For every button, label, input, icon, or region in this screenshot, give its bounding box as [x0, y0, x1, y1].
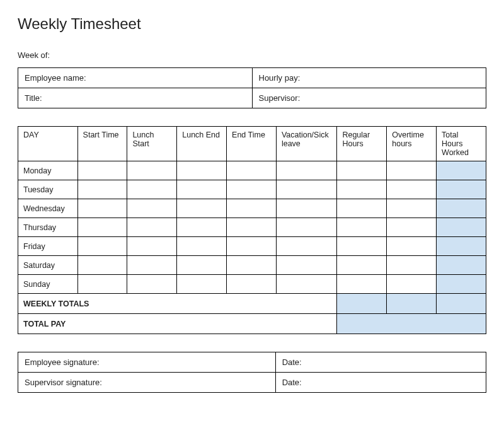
row-weekly-totals: WEEKLY TOTALS — [18, 294, 486, 314]
thu-end-time[interactable] — [227, 218, 277, 237]
fri-lunch-end[interactable] — [177, 237, 227, 256]
supervisor-date-cell[interactable]: Date: — [275, 373, 486, 393]
mon-lunch-start[interactable] — [127, 161, 177, 180]
day-label-monday: Monday — [18, 161, 78, 180]
signature-table: Employee signature: Date: Supervisor sig… — [18, 352, 486, 393]
hourly-pay-cell[interactable]: Hourly pay: — [252, 68, 486, 88]
sun-end-time[interactable] — [227, 275, 277, 294]
tue-overtime-hours[interactable] — [387, 180, 437, 199]
thu-lunch-end[interactable] — [177, 218, 227, 237]
sat-total-hours — [437, 256, 486, 275]
mon-total-hours — [437, 161, 486, 180]
wed-end-time[interactable] — [227, 199, 277, 218]
weekly-total-hours — [437, 294, 486, 314]
sun-lunch-start[interactable] — [127, 275, 177, 294]
timesheet-table: DAY Start Time Lunch Start Lunch End End… — [18, 126, 486, 334]
tue-regular-hours[interactable] — [337, 180, 387, 199]
page-title: Weekly Timesheet — [18, 15, 486, 33]
info-row-2: Title: Supervisor: — [18, 88, 486, 108]
employee-name-cell[interactable]: Employee name: — [18, 68, 253, 88]
sig-row-employee: Employee signature: Date: — [18, 352, 486, 373]
day-label-friday: Friday — [18, 237, 78, 256]
mon-start-time[interactable] — [77, 161, 127, 180]
day-label-sunday: Sunday — [18, 275, 78, 294]
mon-vacation-sick[interactable] — [276, 161, 337, 180]
wed-vacation-sick[interactable] — [276, 199, 337, 218]
sat-lunch-start[interactable] — [127, 256, 177, 275]
supervisor-cell[interactable]: Supervisor: — [252, 88, 486, 108]
fri-total-hours — [437, 237, 486, 256]
tue-start-time[interactable] — [77, 180, 127, 199]
row-monday: Monday — [18, 161, 486, 180]
thu-overtime-hours[interactable] — [387, 218, 437, 237]
tue-vacation-sick[interactable] — [276, 180, 337, 199]
row-saturday: Saturday — [18, 256, 486, 275]
thu-lunch-start[interactable] — [127, 218, 177, 237]
wed-lunch-end[interactable] — [177, 199, 227, 218]
tue-lunch-start[interactable] — [127, 180, 177, 199]
sig-row-supervisor: Supervisor signature: Date: — [18, 373, 486, 393]
mon-lunch-end[interactable] — [177, 161, 227, 180]
wed-start-time[interactable] — [77, 199, 127, 218]
title-cell[interactable]: Title: — [18, 88, 253, 108]
fri-end-time[interactable] — [227, 237, 277, 256]
mon-regular-hours[interactable] — [337, 161, 387, 180]
sun-lunch-end[interactable] — [177, 275, 227, 294]
info-row-1: Employee name: Hourly pay: — [18, 68, 486, 88]
sat-vacation-sick[interactable] — [276, 256, 337, 275]
tue-lunch-end[interactable] — [177, 180, 227, 199]
thu-total-hours — [437, 218, 486, 237]
day-label-wednesday: Wednesday — [18, 199, 78, 218]
header-total-hours: Total Hours Worked — [437, 127, 486, 161]
sun-total-hours — [437, 275, 486, 294]
day-label-tuesday: Tuesday — [18, 180, 78, 199]
header-regular-hours: Regular Hours — [337, 127, 387, 161]
mon-end-time[interactable] — [227, 161, 277, 180]
wed-overtime-hours[interactable] — [387, 199, 437, 218]
header-end-time: End Time — [227, 127, 277, 161]
header-lunch-end: Lunch End — [177, 127, 227, 161]
week-of-label: Week of: — [18, 50, 486, 60]
row-tuesday: Tuesday — [18, 180, 486, 199]
employee-date-cell[interactable]: Date: — [275, 352, 486, 373]
weekly-total-overtime — [387, 294, 437, 314]
employee-signature-cell[interactable]: Employee signature: — [18, 352, 276, 373]
header-vacation-sick: Vacation/Sick leave — [276, 127, 337, 161]
wed-total-hours — [437, 199, 486, 218]
sat-lunch-end[interactable] — [177, 256, 227, 275]
thu-vacation-sick[interactable] — [276, 218, 337, 237]
thu-regular-hours[interactable] — [337, 218, 387, 237]
sat-end-time[interactable] — [227, 256, 277, 275]
wed-regular-hours[interactable] — [337, 199, 387, 218]
sun-start-time[interactable] — [77, 275, 127, 294]
fri-vacation-sick[interactable] — [276, 237, 337, 256]
tue-end-time[interactable] — [227, 180, 277, 199]
total-pay-value — [337, 314, 486, 334]
row-friday: Friday — [18, 237, 486, 256]
sat-regular-hours[interactable] — [337, 256, 387, 275]
weekly-total-regular — [337, 294, 387, 314]
employee-info-table: Employee name: Hourly pay: Title: Superv… — [18, 67, 486, 108]
fri-regular-hours[interactable] — [337, 237, 387, 256]
weekly-totals-label: WEEKLY TOTALS — [18, 294, 337, 314]
fri-start-time[interactable] — [77, 237, 127, 256]
header-day: DAY — [18, 127, 78, 161]
fri-lunch-start[interactable] — [127, 237, 177, 256]
fri-overtime-hours[interactable] — [387, 237, 437, 256]
sat-start-time[interactable] — [77, 256, 127, 275]
sat-overtime-hours[interactable] — [387, 256, 437, 275]
sun-overtime-hours[interactable] — [387, 275, 437, 294]
header-row: DAY Start Time Lunch Start Lunch End End… — [18, 127, 486, 161]
day-label-saturday: Saturday — [18, 256, 78, 275]
sun-regular-hours[interactable] — [337, 275, 387, 294]
wed-lunch-start[interactable] — [127, 199, 177, 218]
row-thursday: Thursday — [18, 218, 486, 237]
tue-total-hours — [437, 180, 486, 199]
row-sunday: Sunday — [18, 275, 486, 294]
supervisor-signature-cell[interactable]: Supervisor signature: — [18, 373, 276, 393]
header-overtime-hours: Overtime hours — [387, 127, 437, 161]
mon-overtime-hours[interactable] — [387, 161, 437, 180]
day-label-thursday: Thursday — [18, 218, 78, 237]
sun-vacation-sick[interactable] — [276, 275, 337, 294]
thu-start-time[interactable] — [77, 218, 127, 237]
